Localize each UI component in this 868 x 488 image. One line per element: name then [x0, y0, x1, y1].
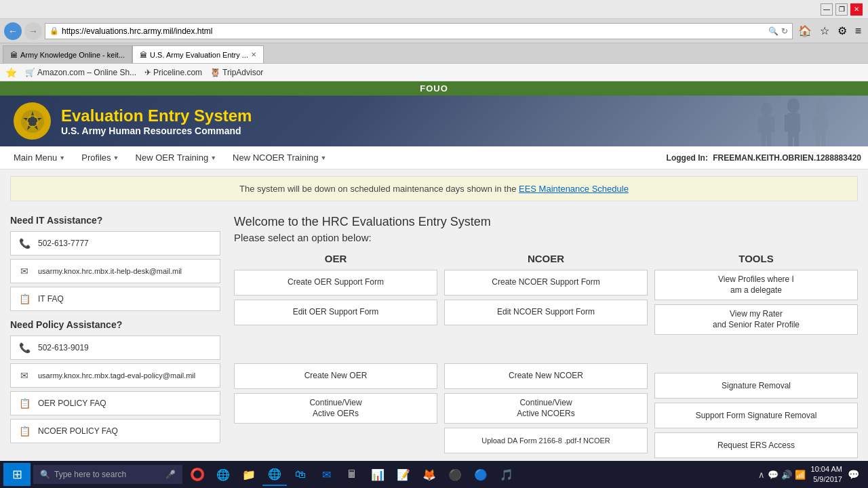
- network-icon[interactable]: 📶: [795, 470, 806, 480]
- home-icon[interactable]: 🏠: [795, 24, 814, 37]
- settings-icon[interactable]: ⚙: [835, 24, 850, 37]
- taskbar-app-firefox[interactable]: 🦊: [417, 463, 441, 486]
- edit-ncoer-support-form-button[interactable]: Edit NCOER Support Form: [444, 300, 648, 325]
- chevron-down-icon: ▼: [321, 155, 327, 161]
- phone-icon: 📞: [18, 237, 31, 250]
- svg-rect-20: [821, 136, 825, 146]
- taskbar-app-calc[interactable]: 🖩: [340, 463, 364, 486]
- taskbar-app-edge[interactable]: 🌐: [211, 463, 235, 486]
- bookmark-amazon[interactable]: 🛒 Amazon.com – Online Sh...: [25, 68, 136, 77]
- header-title: Evaluation Entry System: [61, 106, 252, 125]
- nav-profiles[interactable]: Profiles ▼: [75, 148, 125, 167]
- policy-email-button[interactable]: ✉ usarmy.knox.hrc.mbx.tagd-eval-policy@m…: [10, 363, 220, 388]
- refresh-icon[interactable]: ↻: [781, 26, 788, 36]
- create-oer-support-form-button[interactable]: Create OER Support Form: [234, 270, 437, 296]
- nav-menu: Main Menu ▼ Profiles ▼ New OER Training …: [0, 146, 868, 169]
- bookmarks-star-icon: ⭐: [5, 67, 17, 78]
- tab-favicon: 🏛: [10, 51, 18, 59]
- document-icon: 📋: [18, 292, 31, 306]
- search-icon: 🔍: [768, 26, 778, 36]
- taskbar-app-music[interactable]: 🎵: [494, 463, 519, 486]
- ees-maintenance-link[interactable]: EES Maintenance Schedule: [519, 184, 629, 194]
- amazon-icon: 🛒: [25, 68, 35, 77]
- forward-button[interactable]: →: [24, 22, 42, 40]
- it-phone-button[interactable]: 📞 502-613-7777: [10, 231, 220, 256]
- maximize-button[interactable]: ❐: [835, 3, 848, 16]
- oer-policy-faq-button[interactable]: 📋 OER POLICY FAQ: [10, 391, 220, 415]
- clock-time: 10:04 AM: [811, 464, 842, 474]
- start-button[interactable]: ⊞: [3, 463, 31, 486]
- header-text: Evaluation Entry System U.S. Army Human …: [61, 106, 252, 136]
- chevron-down-icon: ▼: [210, 155, 216, 161]
- taskbar-app-powerpoint[interactable]: 📊: [366, 463, 390, 486]
- svg-rect-6: [769, 117, 774, 132]
- taskbar-app-ie[interactable]: 🌐: [262, 463, 287, 486]
- svg-rect-19: [816, 136, 820, 146]
- header-subtitle: U.S. Army Human Resources Command: [61, 125, 252, 136]
- maintenance-banner: The system will be down on scheduled mai…: [10, 176, 858, 201]
- create-new-ncoer-button[interactable]: Create New NCOER: [444, 363, 648, 389]
- taskbar: ⊞ 🔍 Type here to search 🎤 ⭕ 🌐 📁 🌐 🛍 ✉ 🖩 …: [0, 461, 868, 488]
- url-input[interactable]: [62, 26, 766, 36]
- nav-main-menu[interactable]: Main Menu ▼: [7, 148, 72, 167]
- minimize-button[interactable]: —: [821, 3, 833, 16]
- view-profiles-delegate-button[interactable]: View Profiles where I am a delegate: [654, 270, 858, 300]
- volume-icon[interactable]: 🔊: [781, 470, 792, 480]
- priceline-icon: ✈: [144, 68, 151, 77]
- create-new-oer-button[interactable]: Create New OER: [234, 363, 437, 389]
- ncoer-policy-faq-button[interactable]: 📋 NCOER POLICY FAQ: [10, 419, 220, 443]
- browser-toolbar: ← → 🔒 🔍 ↻ 🏠 ☆ ⚙ ≡: [0, 19, 868, 43]
- bookmark-priceline[interactable]: ✈ Priceline.com: [144, 68, 202, 77]
- taskbar-app-explorer[interactable]: 📁: [237, 463, 261, 486]
- create-ncoer-support-form-button[interactable]: Create NCOER Support Form: [444, 270, 648, 296]
- svg-rect-7: [762, 136, 766, 146]
- left-panel: Need IT Assistance? 📞 502-613-7777 ✉ usa…: [10, 215, 220, 488]
- tab-aks[interactable]: 🏛 Army Knowledge Online - keit...: [3, 45, 132, 63]
- request-ers-access-button[interactable]: Request ERS Access: [654, 432, 858, 458]
- taskbar-app-store[interactable]: 🛍: [288, 463, 313, 486]
- svg-rect-12: [794, 115, 800, 131]
- taskbar-app-unknown1[interactable]: ⚫: [443, 463, 467, 486]
- back-button[interactable]: ←: [4, 22, 22, 40]
- tabs-bar: 🏛 Army Knowledge Online - keit... 🏛 U.S.…: [0, 43, 868, 64]
- signature-removal-button[interactable]: Signature Removal: [654, 373, 858, 399]
- comment-icon[interactable]: 💬: [768, 470, 778, 480]
- policy-phone-button[interactable]: 📞 502-613-9019: [10, 336, 220, 360]
- chevron-down-icon: ▼: [113, 155, 119, 161]
- document-icon: 📋: [18, 424, 31, 438]
- phone-icon: 📞: [18, 341, 31, 354]
- taskbar-app-cortana[interactable]: ⭕: [185, 463, 210, 486]
- notification-icon[interactable]: 💬: [848, 469, 859, 480]
- it-faq-button[interactable]: 📋 IT FAQ: [10, 287, 220, 311]
- upload-da-form-button[interactable]: Upload DA Form 2166-8 .pdf-f NCOER: [444, 428, 648, 453]
- bookmark-tripadvisor[interactable]: 🦉 TripAdvisor: [210, 68, 263, 77]
- support-form-signature-removal-button[interactable]: Support Form Signature Removal: [654, 403, 858, 428]
- continue-view-active-oers-button[interactable]: Continue/View Active OERs: [234, 393, 437, 424]
- email-icon: ✉: [18, 369, 31, 382]
- menu-icon[interactable]: ≡: [852, 25, 864, 37]
- it-section-title: Need IT Assistance?: [10, 215, 220, 226]
- tab-close-icon[interactable]: ✕: [251, 51, 256, 58]
- taskbar-search[interactable]: 🔍 Type here to search 🎤: [33, 465, 182, 484]
- svg-rect-14: [794, 137, 799, 146]
- continue-view-active-ncoers-button[interactable]: Continue/View Active NCOERs: [444, 393, 648, 424]
- nav-oer-training[interactable]: New OER Training ▼: [129, 148, 224, 167]
- search-icon: 🔍: [40, 470, 50, 479]
- tab-army-eval[interactable]: 🏛 U.S. Army Evaluation Entry ... ✕: [132, 45, 264, 63]
- nav-ncoer-training[interactable]: New NCOER Training ▼: [226, 148, 333, 167]
- it-email-button[interactable]: ✉ usarmy.knox.hrc.mbx.it-help-desk@mail.…: [10, 259, 220, 283]
- taskbar-app-unknown2[interactable]: 🔵: [469, 463, 493, 486]
- taskbar-app-word[interactable]: 📝: [391, 463, 416, 486]
- taskbar-clock: 10:04 AM 5/9/2017: [811, 464, 842, 485]
- ncoer-column-header: NCOER: [444, 253, 648, 264]
- edit-oer-support-form-button[interactable]: Edit OER Support Form: [234, 300, 437, 325]
- close-button[interactable]: ✕: [850, 3, 863, 16]
- options-grid: OER Create OER Support Form Edit OER Sup…: [234, 253, 858, 488]
- ncoer-column: NCOER Create NCOER Support Form Edit NCO…: [444, 253, 648, 488]
- view-rater-profile-button[interactable]: View my Rater and Senior Rater Profile: [654, 304, 858, 335]
- taskbar-app-mail[interactable]: ✉: [314, 463, 338, 486]
- header-silhouette: [597, 99, 868, 146]
- star-icon[interactable]: ☆: [817, 24, 832, 37]
- chevron-up-icon[interactable]: ∧: [758, 470, 765, 480]
- svg-point-9: [787, 98, 800, 113]
